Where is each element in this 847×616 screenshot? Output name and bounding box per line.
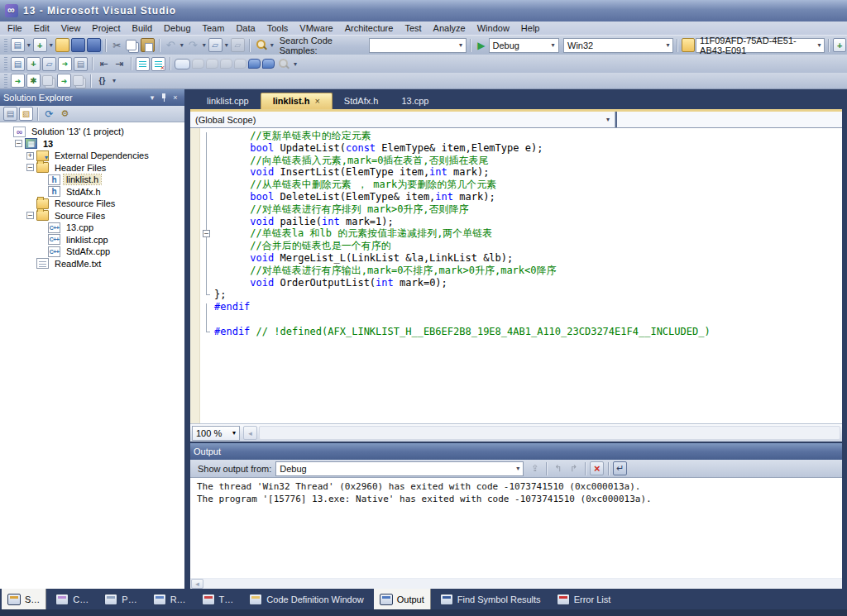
search-icon[interactable] xyxy=(254,38,268,52)
comment-selection-icon[interactable] xyxy=(136,57,150,71)
tree-item-stdafx-h[interactable]: StdAfx.h xyxy=(0,186,184,198)
scope-dropdown[interactable]: (Global Scope) ▾ xyxy=(190,112,615,127)
chevron-down-icon[interactable]: ▾ xyxy=(179,41,185,49)
taskbar-button-error-list[interactable]: Error List xyxy=(551,589,617,609)
menu-build[interactable]: Build xyxy=(127,21,158,35)
taskbar-button-resource-view[interactable]: R… xyxy=(147,589,192,609)
code-editor[interactable]: – //更新单链表中的给定元素 bool UpdateList(const El… xyxy=(190,128,842,423)
increase-indent-icon[interactable] xyxy=(112,57,127,71)
copy-icon[interactable] xyxy=(126,40,136,50)
menu-debug[interactable]: Debug xyxy=(158,21,196,35)
cut-icon[interactable] xyxy=(110,38,124,52)
menu-analyze[interactable]: Analyze xyxy=(428,21,471,35)
display-quick-info-icon[interactable] xyxy=(11,57,25,71)
tree-expander[interactable]: + xyxy=(26,152,34,160)
paste-icon[interactable] xyxy=(141,38,155,52)
hscroll-track[interactable] xyxy=(259,426,840,440)
menu-data[interactable]: Data xyxy=(230,21,261,35)
toggle-word-wrap-icon[interactable] xyxy=(613,461,627,475)
tree-expander[interactable]: – xyxy=(26,212,34,219)
word-completion-icon[interactable] xyxy=(58,57,72,71)
search-code-samples-input[interactable]: ▾ xyxy=(369,38,467,53)
chevron-down-icon[interactable]: ▾ xyxy=(48,41,55,49)
menu-vmware[interactable]: VMware xyxy=(294,21,338,35)
taskbar-button-output-window[interactable]: Output xyxy=(374,589,430,609)
tab-linklist-h[interactable]: linklist.h× xyxy=(261,93,333,109)
menu-project[interactable]: Project xyxy=(86,21,126,35)
uncomment-selection-icon[interactable] xyxy=(151,57,165,71)
tree-item-13-cpp[interactable]: 13.cpp xyxy=(0,222,184,234)
toolbar-overflow-button[interactable]: ▾ xyxy=(291,60,299,68)
view-class-diagram-icon[interactable] xyxy=(58,107,72,121)
toolbar-grip[interactable] xyxy=(4,74,7,88)
toggle-brace-matching-icon[interactable] xyxy=(95,74,109,88)
tree-item-readme-txt[interactable]: ReadMe.txt xyxy=(0,258,184,270)
toolbar-grip[interactable] xyxy=(4,39,7,52)
outlining-margin[interactable]: – xyxy=(200,128,213,423)
output-hscroll-track[interactable] xyxy=(203,579,842,589)
start-debugging-button[interactable] xyxy=(475,38,488,52)
show-all-files-icon[interactable] xyxy=(19,107,33,121)
tree-expander[interactable]: – xyxy=(15,140,22,147)
chevron-down-icon[interactable]: ▾ xyxy=(269,41,275,49)
properties-icon[interactable] xyxy=(3,107,17,121)
output-source-select[interactable]: Debug▾ xyxy=(275,461,524,476)
tree-item-header-files[interactable]: –Header Files xyxy=(0,162,184,174)
send-comments-icon[interactable] xyxy=(262,59,275,69)
member-dropdown[interactable] xyxy=(617,112,842,127)
parameter-info-icon[interactable] xyxy=(26,57,41,71)
close-button[interactable]: × xyxy=(170,93,181,102)
window-position-button[interactable]: ▾ xyxy=(146,93,158,102)
tree-item-stdafx-cpp[interactable]: StdAfx.cpp xyxy=(0,246,184,258)
new-code-review-icon[interactable] xyxy=(175,59,190,69)
collapse-region-button[interactable]: – xyxy=(203,230,210,237)
chevron-down-icon[interactable]: ▾ xyxy=(201,41,208,49)
hscroll-left-button[interactable]: ◂ xyxy=(243,426,257,440)
tree-item-13[interactable]: –13 xyxy=(0,138,184,150)
code-settings-icon[interactable] xyxy=(26,74,41,88)
menu-edit[interactable]: Edit xyxy=(28,21,55,35)
menu-help[interactable]: Help xyxy=(515,21,546,35)
add-comment-icon[interactable] xyxy=(248,59,261,69)
outline-icon[interactable] xyxy=(74,57,88,71)
tree-item-source-files[interactable]: –Source Files xyxy=(0,210,184,222)
tab-13-cpp[interactable]: 13.cpp xyxy=(390,93,440,109)
taskbar-button-find-symbol-results[interactable]: Find Symbol Results xyxy=(434,589,547,609)
tree-expander[interactable]: – xyxy=(26,164,34,171)
open-guid-folder-icon[interactable] xyxy=(682,38,695,52)
output-hscroll-left-button[interactable]: ◂ xyxy=(191,579,203,589)
menu-window[interactable]: Window xyxy=(471,21,515,35)
close-tab-icon[interactable]: × xyxy=(314,96,319,106)
pin-button[interactable] xyxy=(158,93,170,103)
run-code-analysis-icon[interactable] xyxy=(11,74,25,88)
taskbar-button-code-definition-window[interactable]: Code Definition Window xyxy=(243,589,369,609)
solution-platform-select[interactable]: Win32▾ xyxy=(563,38,673,53)
clear-all-icon[interactable] xyxy=(590,461,604,475)
menu-view[interactable]: View xyxy=(55,21,87,35)
tree-item-solution-13-1-project-[interactable]: Solution '13' (1 project) xyxy=(0,126,184,138)
code-text[interactable]: //更新单链表中的给定元素 bool UpdateList(const Elem… xyxy=(213,128,842,423)
next-result-icon[interactable] xyxy=(57,74,71,88)
guid-select[interactable]: 11F09AFD-75AD-4E51-AB43-E091▾ xyxy=(696,38,825,53)
menu-team[interactable]: Team xyxy=(197,21,231,35)
taskbar-button-solution-explorer[interactable]: S… xyxy=(2,589,45,609)
add-new-item-icon[interactable] xyxy=(33,38,47,52)
taskbar-button-team-explorer[interactable]: T… xyxy=(196,589,240,609)
chevron-down-icon[interactable]: ▾ xyxy=(26,41,32,49)
add-reference-icon[interactable] xyxy=(833,38,846,52)
menu-file[interactable]: File xyxy=(2,21,28,35)
tree-item-resource-files[interactable]: Resource Files xyxy=(0,198,184,210)
toolbar-grip[interactable] xyxy=(4,57,7,70)
save-all-icon[interactable] xyxy=(87,38,101,52)
tab-linklist-cpp[interactable]: linklist.cpp xyxy=(195,93,261,109)
list-members-icon[interactable] xyxy=(42,57,56,71)
refresh-icon[interactable] xyxy=(42,107,56,121)
tab-stdafx-h[interactable]: StdAfx.h xyxy=(333,93,390,109)
menu-architecture[interactable]: Architecture xyxy=(339,21,400,35)
save-icon[interactable] xyxy=(71,38,85,52)
menu-tools[interactable]: Tools xyxy=(261,21,294,35)
decrease-indent-icon[interactable] xyxy=(97,57,111,71)
navigate-window-icon[interactable] xyxy=(208,38,223,52)
solution-configuration-select[interactable]: Debug▾ xyxy=(489,38,559,53)
chevron-down-icon[interactable]: ▾ xyxy=(223,41,230,49)
